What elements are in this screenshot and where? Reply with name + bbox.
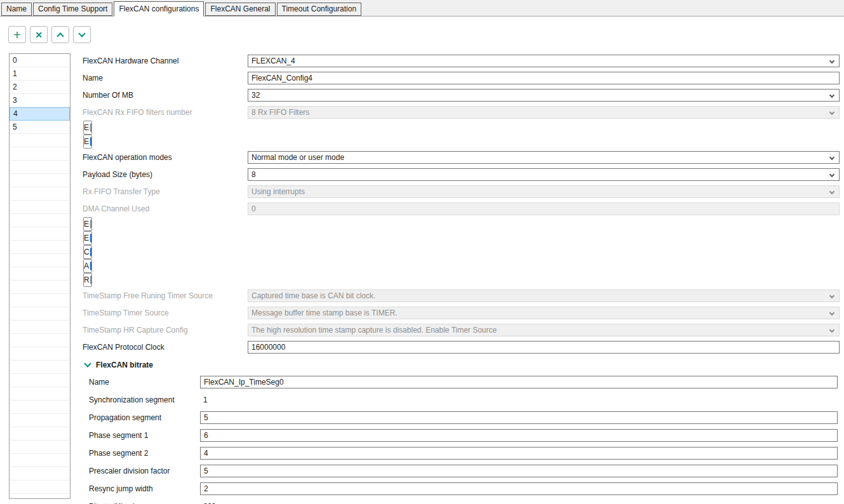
auto-bus-off-checkbox[interactable] (90, 262, 91, 270)
phase-segment-2-input[interactable]: 4 (200, 447, 838, 460)
config-index-list: 012345 (9, 53, 70, 499)
field-label-flexcan-protocol-clock: FlexCAN Protocol Clock (83, 343, 248, 352)
list-empty-row (10, 494, 70, 499)
chevron-down-icon (829, 154, 834, 159)
field-label-enable-enhancedcbt-can: Enable EnhancedCBT Can (84, 220, 90, 229)
form-row-flexcan-hardware-channel: FlexCAN Hardware ChannelFLEXCAN_4 (83, 52, 844, 69)
field-label-enable-fd-can: Enable FD Can (84, 137, 90, 146)
phase-segment-1-input[interactable]: 6 (200, 429, 838, 442)
chevron-down-icon (78, 30, 85, 37)
field-value: 8 Rx FIFO Filters (251, 108, 309, 117)
field-label-timestamp-hr-capture-config: TimeStamp HR Capture Config (83, 326, 248, 335)
field-label-flexcan-rx-fifo-filters-number: FlexCAN Rx FIFO filters number (83, 108, 248, 117)
list-item-1[interactable]: 1 (10, 67, 70, 81)
list-empty-row (10, 254, 70, 267)
toolbar (0, 17, 844, 52)
field-value: 8 (251, 170, 256, 179)
add-button[interactable] (8, 26, 26, 43)
form-row-name: NameFlexCAN_Config4 (83, 69, 844, 86)
rx-fifo-transfer-type-select: Using interrupts (248, 185, 840, 198)
field-value: 5 (204, 413, 208, 422)
field-label-timestamp-free-runing-timer-source: TimeStamp Free Runing Timer Source (83, 291, 248, 300)
form-row-phase-segment-1: Phase segment 16 (89, 427, 844, 444)
list-empty-row (10, 387, 70, 401)
field-value: 2 (204, 484, 208, 493)
list-empty-row (10, 467, 70, 481)
list-empty-row (10, 307, 70, 321)
form-row-name: NameFlexCAN_Ip_TimeSeg0 (89, 373, 844, 391)
list-empty-row (10, 427, 70, 441)
list-empty-row (10, 294, 70, 307)
tab-name[interactable]: Name (1, 3, 32, 16)
form-row-enable-legacy-rxfifo: Enable Legacy RxFiFO (83, 121, 92, 135)
form-row-timestamp-hr-capture-config: TimeStamp HR Capture ConfigThe high reso… (83, 321, 844, 338)
list-empty-row (10, 161, 70, 174)
move-up-button[interactable] (51, 26, 69, 43)
form-row-timestamp-free-runing-timer-source: TimeStamp Free Runing Timer SourceCaptur… (83, 287, 844, 304)
synchronization-segment-value: 1 (200, 395, 844, 404)
resync-jump-width-input[interactable]: 2 (200, 482, 838, 495)
payload-size-bytes-select[interactable]: 8 (248, 168, 840, 181)
enable-fd-can-checkbox[interactable] (90, 137, 91, 146)
tab-flexcan-configurations[interactable]: FlexCAN configurations (114, 1, 204, 17)
list-item-3[interactable]: 3 (10, 94, 70, 107)
field-label-phase-segment-1: Phase segment 1 (89, 431, 200, 440)
field-label-payload-size-bytes: Payload Size (bytes) (83, 170, 248, 179)
prescaler-division-factor-input[interactable]: 5 (200, 465, 838, 477)
list-item-4[interactable]: 4 (10, 107, 70, 121)
form-row-enable-bitrate-switch: Enable BitRate Switch (83, 231, 92, 245)
list-empty-row (10, 334, 70, 347)
field-value: FlexCAN_Ip_TimeSeg0 (204, 378, 284, 387)
tab-bar: NameConfig Time SupportFlexCAN configura… (0, 0, 844, 17)
form-row-remote-request-store: Remote Request Store (83, 273, 92, 287)
form-row-resync-jump-width: Resync jump width2 (89, 480, 844, 498)
form-row-flexcan-protocol-clock: FlexCAN Protocol Clock16000000 (83, 338, 844, 355)
field-label-synchronization-segment: Synchronization segment (89, 395, 200, 404)
list-empty-row (10, 201, 70, 214)
field-label-phase-segment-2: Phase segment 2 (89, 449, 200, 458)
field-value: Captured time base is CAN bit clock. (251, 291, 375, 300)
list-empty-row (10, 401, 70, 414)
enable-legacy-rxfifo-checkbox[interactable] (90, 123, 91, 132)
tab-config-time-support[interactable]: Config Time Support (33, 3, 112, 16)
delete-button[interactable] (30, 26, 48, 43)
field-value: 0 (251, 204, 256, 213)
chevron-down-icon (829, 58, 834, 63)
flexcan-hardware-channel-select[interactable]: FLEXCAN_4 (248, 55, 840, 67)
enable-bitrate-switch-checkbox[interactable] (90, 234, 91, 242)
field-label-prescaler-division-factor: Prescaler division factor (89, 467, 200, 475)
list-item-0[interactable]: 0 (10, 54, 70, 67)
remote-request-store-checkbox[interactable] (90, 275, 91, 284)
tab-flexcan-general[interactable]: FlexCAN General (205, 3, 275, 16)
chevron-down-icon (829, 189, 834, 194)
list-item-2[interactable]: 2 (10, 81, 70, 94)
name-input[interactable]: FlexCAN_Ip_TimeSeg0 (200, 376, 838, 388)
number-of-mb-select[interactable]: 32 (248, 89, 840, 102)
list-empty-row (10, 281, 70, 294)
flexcan-protocol-clock-input[interactable]: 16000000 (248, 341, 840, 354)
form-row-dma-channel-used: DMA Channel Used0 (83, 200, 844, 217)
move-down-button[interactable] (73, 26, 91, 43)
bitrate-section-header[interactable]: FlexCAN bitrate (83, 357, 844, 373)
collapse-chevron-icon (84, 360, 91, 367)
list-empty-row (10, 174, 70, 187)
list-empty-row (10, 361, 70, 374)
field-label-propagation-segment: Propagation segment (89, 413, 200, 422)
flexcan-operation-modes-select[interactable]: Normal mode or user mode (248, 151, 840, 164)
config-form: FlexCAN Hardware ChannelFLEXCAN_4NameFle… (83, 52, 844, 504)
field-label-remote-request-store: Remote Request Store (84, 275, 90, 284)
can-fd-iso-checkbox[interactable] (90, 248, 91, 256)
list-empty-row (10, 454, 70, 467)
enable-enhancedcbt-can-checkbox[interactable] (90, 220, 91, 229)
tab-timeout-configuration[interactable]: Timeout Configuration (277, 3, 362, 16)
list-item-5[interactable]: 5 (10, 121, 70, 134)
list-empty-row (10, 227, 70, 241)
bitrate-section-title: FlexCAN bitrate (96, 361, 153, 369)
field-label-auto-bus-off: Auto Bus Off (84, 262, 90, 270)
field-value: FlexCAN_Config4 (251, 74, 312, 83)
name-input[interactable]: FlexCAN_Config4 (248, 72, 840, 84)
field-label-flexcan-operation-modes: FlexCAN operation modes (83, 153, 248, 162)
propagation-segment-input[interactable]: 5 (200, 411, 838, 424)
form-row-payload-size-bytes: Payload Size (bytes)8 (83, 166, 844, 183)
field-label-enable-bitrate-switch: Enable BitRate Switch (84, 234, 90, 242)
